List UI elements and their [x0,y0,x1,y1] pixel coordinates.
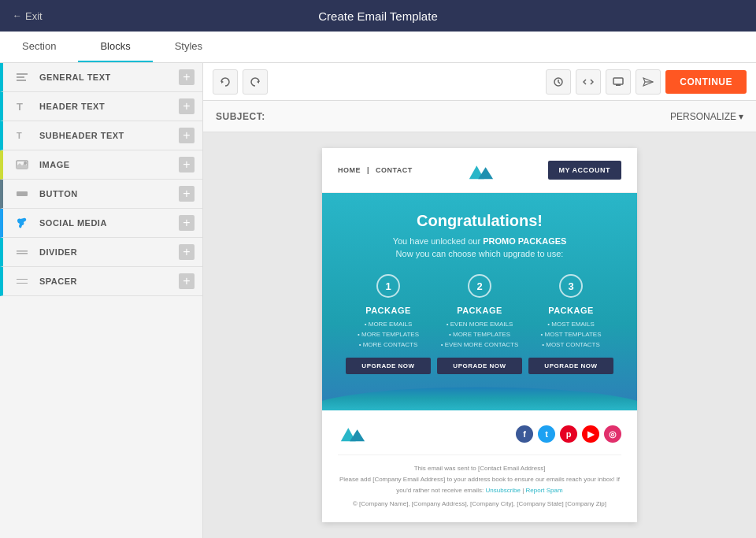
add-spacer-button[interactable]: + [179,273,195,289]
svg-rect-10 [17,253,28,254]
undo-button[interactable] [213,69,238,95]
package-2-title: PACKAGE [437,306,522,315]
upgrade-3-button[interactable]: UPGRADE NOW [528,358,613,374]
footer-address: Please add [Company Email Address] to yo… [338,474,621,495]
tab-styles[interactable]: Styles [153,32,224,62]
subheader-text-icon: T [11,124,33,147]
add-divider-button[interactable]: + [179,244,195,260]
sidebar-item-label: SOCIAL MEDIA [39,218,179,228]
add-subheader-text-button[interactable]: + [179,128,195,143]
my-account-button[interactable]: MY ACCOUNT [548,161,622,180]
sidebar-item-social[interactable]: SOCIAL MEDIA + [0,209,202,238]
subject-label: SUBJECT: [216,111,265,122]
hero-body: Now you can choose which upgrade to use: [338,249,621,258]
add-button-button[interactable]: + [179,186,195,202]
page-title: Create Email Template [318,9,437,23]
main-layout: GENERAL TEXT + T HEADER TEXT + T SUBHEAD… [0,63,756,538]
tab-blocks[interactable]: Blocks [78,32,152,62]
add-header-text-button[interactable]: + [179,98,195,114]
add-image-button[interactable]: + [179,157,195,173]
right-panel: CONTINUE SUBJECT: PERSONALIZE ▾ HOME | C… [203,63,756,538]
sidebar-item-label: SPACER [39,276,179,286]
report-spam-link[interactable]: Report Spam [526,487,563,494]
packages-row: 1 PACKAGE • MORE EMAILS• MORE TEMPLATES•… [338,274,621,387]
sidebar-item-header-text[interactable]: T HEADER TEXT + [0,92,202,121]
history-button[interactable] [546,69,571,95]
preview-button[interactable] [606,69,631,95]
personalize-button[interactable]: PERSONALIZE ▾ [670,111,743,122]
image-icon [11,154,33,176]
sidebar-item-general-text[interactable]: GENERAL TEXT + [0,63,202,92]
email-template: HOME | CONTACT MY ACCOUNT Congratulatio [322,148,637,522]
social-icons: f t p ▶ ◎ [516,425,621,443]
svg-rect-2 [17,80,26,81]
package-1-number: 1 [376,274,400,298]
send-button[interactable] [636,69,661,95]
subject-bar: SUBJECT: PERSONALIZE ▾ [203,101,756,132]
email-footer: f t p ▶ ◎ This email was sent to [Contac… [322,410,637,520]
facebook-icon[interactable]: f [516,425,533,443]
package-3-features: • MOST EMAILS• MOST TEMPLATES• MOST CONT… [528,320,613,350]
youtube-icon[interactable]: ▶ [582,425,599,443]
package-2-number: 2 [468,274,491,298]
sidebar-item-image[interactable]: IMAGE + [0,150,202,180]
svg-rect-0 [17,73,28,75]
subject-input[interactable] [275,110,661,122]
redo-button[interactable] [243,69,268,95]
svg-point-7 [24,161,27,165]
chevron-down-icon: ▾ [739,111,743,122]
svg-rect-8 [17,191,28,196]
continue-button[interactable]: CONTINUE [665,70,747,94]
svg-text:T: T [17,101,23,113]
footer-logo [338,421,366,447]
footer-copyright: © [Company Name], [Company Address], [Co… [338,499,621,510]
email-header: HOME | CONTACT MY ACCOUNT [322,148,637,193]
sidebar-item-divider[interactable]: DIVIDER + [0,238,202,267]
add-general-text-button[interactable]: + [179,69,195,85]
svg-text:T: T [17,131,22,140]
logo [413,159,548,181]
upgrade-1-button[interactable]: UPGRADE NOW [346,358,431,374]
package-2-features: • EVEN MORE EMAILS• MORE TEMPLATES• EVEN… [437,320,522,350]
code-button[interactable] [576,69,601,95]
divider-icon [11,241,33,263]
sidebar-item-button[interactable]: BUTTON + [0,180,202,209]
social-media-icon [11,212,33,234]
nav-separator: | [367,166,369,174]
button-icon [11,183,33,205]
sidebar-item-label: IMAGE [39,160,179,169]
package-3-number: 3 [559,274,583,298]
svg-rect-9 [17,250,28,252]
toolbar: CONTINUE [203,63,756,101]
footer-disclaimer: This email was sent to [Contact Email Ad… [338,463,621,474]
nav-home: HOME [338,166,361,174]
svg-marker-13 [221,80,224,83]
svg-rect-1 [17,76,24,78]
nav-contact: CONTACT [376,166,413,174]
tab-section[interactable]: Section [0,32,78,62]
package-2: 2 PACKAGE • EVEN MORE EMAILS• MORE TEMPL… [437,274,522,387]
toolbar-right: CONTINUE [546,69,747,95]
sidebar-item-spacer[interactable]: SPACER + [0,267,202,296]
instagram-icon[interactable]: ◎ [604,425,621,443]
svg-rect-12 [17,283,28,284]
pinterest-icon[interactable]: p [560,425,577,443]
email-nav: HOME | CONTACT [338,166,413,174]
add-social-button[interactable]: + [179,215,195,231]
unsubscribe-link[interactable]: Unsubscribe [486,487,521,494]
sidebar: GENERAL TEXT + T HEADER TEXT + T SUBHEAD… [0,63,203,538]
sidebar-item-subheader-text[interactable]: T SUBHEADER TEXT + [0,121,202,150]
package-3-title: PACKAGE [528,306,613,315]
upgrade-2-button[interactable]: UPGRADE NOW [437,358,522,374]
nav-tabs: Section Blocks Styles [0,32,756,63]
topbar: ← Exit Create Email Template [0,0,756,32]
exit-button[interactable]: ← Exit [13,10,43,22]
footer-text: This email was sent to [Contact Email Ad… [338,455,621,509]
sidebar-item-label: DIVIDER [39,247,179,257]
svg-rect-16 [613,78,623,84]
header-text-icon: T [11,95,33,117]
svg-marker-14 [257,80,259,83]
hero-subline: You have unlocked our PROMO PACKAGES [338,236,621,246]
twitter-icon[interactable]: t [538,425,555,443]
hero-headline: Congratulations! [338,212,621,230]
